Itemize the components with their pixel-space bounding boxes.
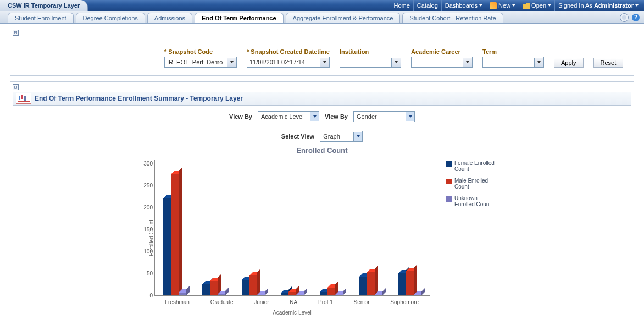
apply-button[interactable]: Apply: [554, 58, 584, 68]
open-folder-icon: [523, 2, 530, 9]
chart-bar-group: [202, 281, 225, 295]
tab-student-cohort-retention[interactable]: Student Cohort - Retention Rate: [402, 13, 503, 23]
filter-snapshot-datetime-label: * Snapshot Created Datetime: [247, 48, 330, 55]
filter-snapshot-datetime-value: 11/08/2011 02:17:14: [247, 59, 320, 65]
signed-in-user[interactable]: Signed In As Administrator: [555, 0, 644, 11]
chart-bar: [179, 293, 186, 295]
legend-label: Male Enrolled Count: [454, 178, 496, 190]
chart-y-tick: 100: [138, 249, 153, 255]
legend-swatch: [446, 179, 452, 184]
filter-term-label: Term: [482, 48, 544, 55]
dropdown-arrow-icon: [463, 58, 472, 67]
nav-catalog[interactable]: Catalog: [414, 0, 442, 11]
selectview-value: Graph: [320, 133, 353, 140]
chevron-down-icon: [512, 4, 515, 7]
chevron-down-icon: [635, 4, 639, 7]
app-title-tab: CSW IR Temporary Layer: [0, 0, 88, 11]
signed-in-username: Administrator: [594, 2, 634, 9]
chart-x-tick: Prof 1: [318, 299, 333, 305]
tab-student-enrollment[interactable]: Student Enrollment: [8, 13, 74, 23]
nav-home[interactable]: Home: [391, 0, 414, 11]
chart-bar: [210, 281, 218, 295]
reset-button[interactable]: Reset: [593, 58, 624, 68]
viewby-select-2[interactable]: Gender: [353, 111, 415, 122]
collapse-toggle[interactable]: ⊟: [13, 84, 19, 90]
dropdown-arrow-icon: [227, 58, 236, 67]
nav-open[interactable]: Open: [519, 0, 555, 11]
chart-x-axis-label: Academic Level: [154, 310, 430, 316]
chart-x-tick: Graduate: [210, 299, 234, 305]
chart-bar: [242, 280, 249, 295]
chart-bar: [359, 277, 367, 295]
chevron-down-icon: [479, 4, 482, 7]
tab-end-of-term-performance[interactable]: End Of Term Performance: [195, 13, 284, 23]
chart-y-tick: 50: [138, 271, 153, 277]
chart-bar: [398, 273, 406, 295]
tab-degree-completions[interactable]: Degree Completions: [76, 13, 145, 23]
dropdown-arrow-icon: [406, 112, 414, 121]
filter-snapshot-code-select[interactable]: IR_EOT_Perf_Demo: [164, 57, 237, 68]
selectview-select[interactable]: Graph: [320, 131, 363, 142]
chart-bar: [375, 295, 382, 295]
chart-bar: [406, 271, 414, 295]
filter-snapshot-code-label: * Snapshot Code: [164, 48, 237, 55]
help-icon[interactable]: ?: [632, 14, 640, 21]
section-title: End Of Term Performance Enrollment Summa…: [35, 95, 243, 102]
chart-bar: [163, 198, 171, 295]
legend-label: Unknown Enrolled Count: [454, 195, 496, 207]
filter-career-label: Academic Career: [411, 48, 473, 55]
legend-swatch: [446, 196, 452, 202]
dropdown-arrow-icon: [534, 58, 543, 67]
tab-admissions[interactable]: Admissions: [147, 13, 192, 23]
chart-bar: [218, 294, 225, 295]
chart-bar: [257, 295, 265, 295]
selectview-label: Select View: [281, 133, 314, 140]
chart-bar-group: [398, 271, 421, 295]
dropdown-arrow-icon: [353, 132, 362, 141]
nav-new[interactable]: New: [486, 0, 519, 11]
chart-bar-group: [359, 272, 382, 295]
chart-legend: Female Enrolled CountMale Enrolled Count…: [446, 160, 496, 316]
chevron-down-icon: [548, 4, 551, 7]
filter-panel: ⊟ * Snapshot Code IR_EOT_Perf_Demo * Sna…: [10, 27, 634, 76]
filter-career-select[interactable]: [411, 57, 473, 68]
filter-snapshot-datetime-select[interactable]: 11/08/2011 02:17:14: [247, 57, 330, 68]
nav-new-label: New: [498, 2, 510, 9]
chart-y-tick: 200: [138, 205, 153, 211]
nav-dashboards[interactable]: Dashboards: [442, 0, 486, 11]
nav-dashboards-label: Dashboards: [445, 2, 478, 9]
chart-y-tick: 300: [138, 161, 153, 167]
report-panel: ⊟ End Of Term Performance Enrollment Sum…: [10, 81, 634, 331]
chart-bar: [171, 174, 179, 295]
chart-x-tick: Freshman: [165, 299, 190, 305]
filter-institution-select[interactable]: [340, 57, 401, 68]
chart-bar-group: [320, 288, 343, 295]
chart-bar: [288, 292, 296, 295]
dropdown-arrow-icon: [320, 58, 329, 67]
chart-bar-group: [281, 292, 304, 295]
dropdown-arrow-icon: [310, 112, 319, 121]
chart-y-tick: 250: [138, 183, 153, 189]
legend-item: Unknown Enrolled Count: [446, 195, 496, 207]
filter-term-select[interactable]: [482, 57, 544, 68]
chart-x-tick: Senior: [354, 299, 370, 305]
viewby-select-1[interactable]: Academic Level: [258, 111, 319, 122]
tab-aggregate-enrollment[interactable]: Aggregate Enrollment & Performance: [286, 13, 401, 23]
chart-bar-group: [163, 174, 186, 295]
chart-y-tick: 0: [138, 293, 153, 299]
chart-bar: [296, 295, 304, 295]
legend-item: Female Enrolled Count: [446, 160, 496, 172]
viewby-value-2: Gender: [354, 113, 406, 120]
chart-x-tick: Junior: [254, 299, 269, 305]
chart-y-tick: 150: [138, 227, 153, 233]
report-chart-icon: [16, 93, 31, 104]
chart-bar: [414, 295, 421, 295]
dropdown-arrow-icon: [391, 58, 401, 67]
legend-label: Female Enrolled Count: [454, 160, 496, 172]
nav-open-label: Open: [531, 2, 546, 9]
chart-bar: [335, 295, 343, 295]
chart-bar: [320, 292, 327, 295]
collapse-toggle[interactable]: ⊟: [13, 30, 19, 36]
chart-bar: [281, 293, 288, 295]
page-options-icon[interactable]: [620, 13, 629, 22]
